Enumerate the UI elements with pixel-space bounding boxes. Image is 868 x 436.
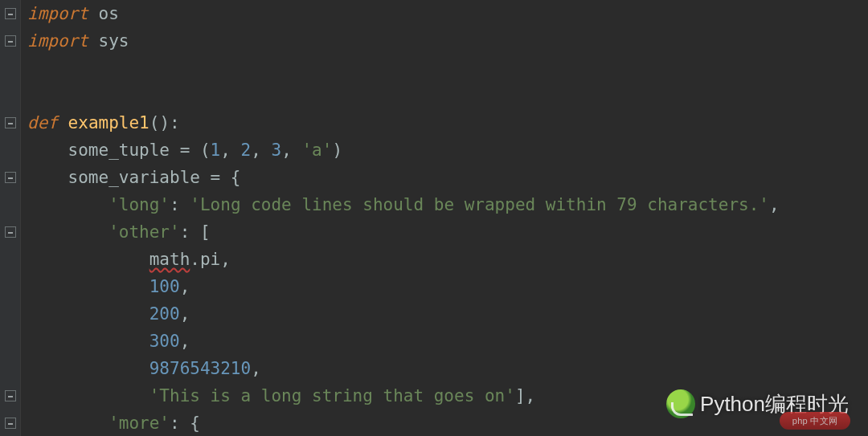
token-punct: , (251, 141, 271, 160)
fold-toggle-icon[interactable] (5, 35, 16, 47)
token-punct: , (251, 359, 261, 378)
token-ident: sys (99, 31, 129, 51)
code-area[interactable]: import osimport sysdef example1(): some_… (21, 0, 868, 436)
code-line[interactable]: 100, (27, 273, 862, 300)
fold-toggle-icon[interactable] (5, 117, 16, 128)
token-punct (27, 359, 149, 378)
code-line[interactable]: some_tuple = (1, 2, 3, 'a') (27, 137, 862, 164)
code-line[interactable]: 'other': [ (27, 218, 862, 246)
token-punct (58, 113, 68, 132)
code-line[interactable]: 200, (27, 300, 862, 328)
token-punct: , (220, 250, 231, 269)
token-punct: = ( (180, 141, 211, 160)
token-kw: import (27, 31, 88, 51)
token-punct: , (180, 277, 190, 296)
token-ident: some_variable (27, 168, 211, 187)
token-num: 100 (149, 277, 180, 296)
token-kw: def (27, 113, 58, 132)
token-punct: : [ (180, 222, 211, 242)
token-punct (27, 386, 149, 405)
token-fn: example1 (68, 113, 149, 132)
token-kw: import (27, 4, 88, 23)
token-punct: ) (332, 141, 342, 160)
token-num: 9876543210 (149, 359, 251, 378)
token-punct: = { (211, 168, 241, 187)
fold-toggle-icon[interactable] (5, 418, 16, 429)
token-num: 200 (149, 304, 180, 324)
token-num: 3 (272, 141, 282, 160)
token-punct: : { (170, 414, 200, 433)
token-str: 'This is a long string that goes on' (149, 386, 515, 405)
code-line[interactable] (27, 55, 862, 82)
token-punct (27, 277, 149, 296)
code-line[interactable]: 'long': 'Long code lines should be wrapp… (27, 191, 862, 218)
token-num: 2 (241, 141, 252, 160)
code-line[interactable]: some_variable = { (27, 164, 862, 191)
token-ident: some_tuple (27, 141, 180, 160)
token-punct (88, 31, 99, 51)
code-line[interactable]: 300, (27, 328, 862, 355)
token-ident: .pi (190, 250, 220, 269)
token-num: 300 (149, 332, 180, 351)
code-line[interactable] (27, 82, 862, 109)
token-str: 'more' (108, 414, 170, 433)
token-punct: , (281, 141, 301, 160)
code-line[interactable]: 9876543210, (27, 355, 862, 382)
code-line[interactable]: import os (27, 0, 862, 27)
token-ident: os (99, 4, 119, 23)
code-line[interactable]: 'more': { (27, 410, 862, 436)
fold-toggle-icon[interactable] (5, 8, 16, 19)
token-punct (27, 250, 149, 269)
fold-toggle-icon[interactable] (5, 390, 16, 401)
token-punct: : (170, 195, 190, 214)
token-punct: ], (515, 386, 535, 405)
token-punct: , (220, 141, 240, 160)
token-ident: math (149, 250, 190, 269)
code-line[interactable]: import sys (27, 27, 862, 55)
token-str: 'other' (108, 222, 180, 242)
token-punct (27, 195, 108, 214)
token-str: 'Long code lines should be wrapped withi… (190, 195, 769, 214)
code-line[interactable]: math.pi, (27, 246, 862, 273)
token-punct (27, 304, 149, 324)
token-punct: , (769, 195, 780, 214)
token-punct (27, 332, 149, 351)
code-line[interactable]: 'This is a long string that goes on'], (27, 382, 862, 410)
token-num: 1 (211, 141, 221, 160)
fold-toggle-icon[interactable] (5, 172, 16, 183)
fold-toggle-icon[interactable] (5, 226, 16, 238)
token-punct: (): (149, 113, 180, 132)
token-punct (27, 222, 108, 242)
token-punct: , (180, 304, 190, 324)
token-punct (88, 4, 99, 23)
token-str: 'long' (108, 195, 170, 214)
token-str: 'a' (301, 141, 332, 160)
editor-gutter (0, 0, 21, 436)
token-punct: , (180, 332, 190, 351)
token-punct (27, 414, 108, 433)
code-line[interactable]: def example1(): (27, 109, 862, 137)
